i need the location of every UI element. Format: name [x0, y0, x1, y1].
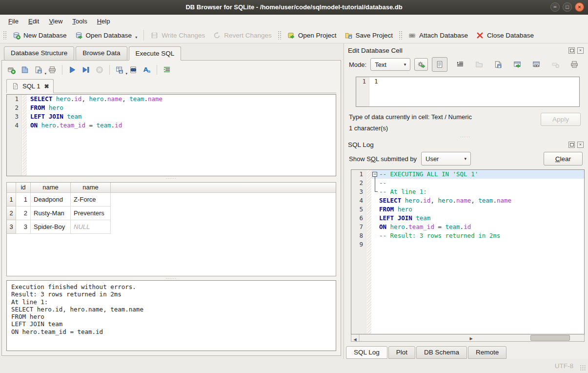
row-header[interactable]: 2 — [7, 207, 16, 220]
table-row[interactable]: 11DeadpondZ-Force — [7, 193, 336, 207]
code-line[interactable]: 8-- Result: 3 rows returned in 2ms — [351, 231, 584, 240]
attach-database-icon — [408, 31, 416, 40]
code-line[interactable]: 1−-- EXECUTING ALL IN 'SQL 1' — [351, 170, 584, 179]
new-database-button[interactable]: New Database — [8, 29, 71, 41]
close-database-button[interactable]: Close Database — [472, 29, 538, 41]
print-sql-button[interactable] — [48, 65, 57, 74]
word-wrap-button[interactable] — [454, 58, 466, 71]
menu-edit[interactable]: Edit — [24, 16, 43, 26]
table-row[interactable]: 33Spider-BoyNULL — [7, 220, 336, 234]
open-in-external-button[interactable] — [511, 58, 524, 71]
code-line[interactable]: 3LEFT JOIN team — [7, 112, 336, 121]
submitted-by-select[interactable]: User ▾ — [421, 152, 471, 166]
open-database-button[interactable]: Open Database▾ — [71, 29, 142, 41]
save-results-dropdown-icon[interactable]: ▾ — [125, 72, 127, 76]
table-cell[interactable]: Rusty-Man — [31, 207, 71, 220]
row-header[interactable]: 3 — [7, 220, 16, 234]
code-line[interactable]: 5FROM hero — [351, 205, 584, 214]
save-sql-file-button[interactable]: ▾ — [34, 65, 43, 74]
column-header-name-2[interactable]: name — [71, 183, 111, 193]
code-line[interactable]: 2-- — [351, 179, 584, 187]
splitter-handle[interactable]: ······ — [2, 176, 341, 180]
open-sql-icon — [20, 65, 29, 74]
mode-select[interactable]: Text ▾ — [370, 58, 410, 71]
minimize-icon[interactable]: − — [550, 2, 560, 12]
indentation-button[interactable] — [162, 65, 171, 74]
tab-browse-data[interactable]: Browse Data — [76, 46, 127, 61]
menu-tools[interactable]: Tools — [68, 16, 91, 26]
tab-db-schema[interactable]: DB Schema — [416, 346, 467, 359]
print-cell-button[interactable] — [568, 58, 581, 71]
table-cell[interactable]: 1 — [16, 193, 31, 207]
sql-editor[interactable]: 1SELECT hero.id, hero.name, team.name2FR… — [6, 94, 336, 176]
table-cell[interactable]: Preventers — [71, 207, 111, 220]
code-line[interactable]: 1SELECT hero.id, hero.name, team.name — [7, 95, 336, 104]
code-line[interactable]: 9 — [351, 240, 584, 249]
close-tab-icon[interactable]: ✖ — [44, 83, 49, 90]
splitter-handle[interactable]: ······ — [2, 276, 341, 280]
horizontal-scrollbar[interactable]: ◀ ▶ — [351, 334, 585, 342]
table-corner-header[interactable] — [7, 183, 16, 193]
table-cell[interactable]: NULL — [71, 220, 111, 234]
fold-collapse-icon[interactable]: − — [372, 172, 377, 177]
open-database-dropdown-icon[interactable]: ▾ — [135, 35, 137, 40]
tab-sql-log[interactable]: SQL Log — [346, 346, 387, 359]
table-cell[interactable]: 3 — [16, 220, 31, 234]
row-header[interactable]: 1 — [7, 193, 16, 207]
sql-tab-bar: SQL 1 ✖ — [6, 79, 336, 93]
maximize-icon[interactable]: □ — [563, 2, 572, 12]
column-header-name-1[interactable]: name — [31, 183, 71, 193]
float-panel-icon[interactable] — [568, 142, 575, 148]
table-cell[interactable]: 2 — [16, 207, 31, 220]
column-header-id-0[interactable]: id — [16, 183, 31, 193]
execute-current-line-button[interactable] — [81, 65, 90, 74]
table-cell[interactable]: Deadpond — [31, 193, 71, 207]
float-panel-icon[interactable] — [568, 47, 575, 54]
table-cell[interactable]: Spider-Boy — [31, 220, 71, 234]
code-line[interactable]: 4ON hero.team_id = team.id — [7, 121, 336, 130]
code-line[interactable]: 2FROM hero — [7, 104, 336, 112]
new-sql-tab-button[interactable] — [7, 65, 16, 74]
tab-remote[interactable]: Remote — [468, 346, 507, 359]
close-panel-icon[interactable]: × — [577, 47, 584, 54]
save-sql-file-dropdown-icon[interactable]: ▾ — [44, 72, 46, 76]
splitter-handle[interactable]: ······ — [346, 135, 585, 139]
message-line: FROM hero — [11, 313, 331, 320]
auto-format-button[interactable]: Aa — [142, 65, 151, 74]
code-line[interactable]: 4SELECT hero.id, hero.name, team.name — [351, 196, 584, 205]
table-row[interactable]: 22Rusty-ManPreventers — [7, 207, 336, 220]
close-panel-icon[interactable]: × — [577, 142, 584, 148]
attach-database-button[interactable]: Attach Database — [404, 29, 472, 41]
menu-file[interactable]: File — [4, 16, 23, 26]
tab-plot[interactable]: Plot — [388, 346, 415, 359]
close-icon[interactable]: × — [575, 2, 584, 12]
tab-execute-sql[interactable]: Execute SQL — [129, 46, 182, 61]
code-line[interactable]: 11 — [356, 77, 579, 86]
cell-editor[interactable]: 11 — [356, 77, 580, 107]
sql-tab[interactable]: SQL 1 ✖ — [6, 79, 54, 93]
open-project-button[interactable]: Open Project — [283, 29, 341, 41]
scrollbar-thumb[interactable] — [530, 335, 570, 341]
code-line[interactable]: 3-- At line 1: — [351, 187, 584, 196]
clear-button[interactable]: Clear — [544, 152, 583, 166]
sql-log-editor[interactable]: 1−-- EXECUTING ALL IN 'SQL 1'2--3-- At l… — [351, 169, 585, 334]
open-link-button[interactable] — [530, 58, 543, 71]
apply-button[interactable]: Apply — [541, 113, 581, 126]
size-grip[interactable] — [580, 365, 586, 371]
table-cell[interactable]: Z-Force — [71, 193, 111, 207]
open-sql-file-button[interactable] — [20, 65, 29, 74]
menu-help[interactable]: Help — [93, 16, 115, 26]
tab-database-structure[interactable]: Database Structure — [4, 46, 74, 61]
find-replace-button[interactable] — [129, 65, 138, 74]
execute-all-button[interactable] — [68, 65, 77, 74]
code-line[interactable]: 6LEFT JOIN team — [351, 214, 584, 223]
text-mode-button[interactable] — [432, 57, 447, 72]
save-results-button[interactable]: ▾ — [115, 65, 124, 74]
code-line[interactable]: 7ON hero.team_id = team.id — [351, 223, 584, 231]
save-project-button[interactable]: Save Project — [341, 29, 397, 41]
export-cell-data-button[interactable] — [492, 58, 505, 71]
auto-switch-mode-button[interactable] — [414, 58, 428, 71]
results-table[interactable]: idnamename11DeadpondZ-Force22Rusty-ManPr… — [6, 182, 336, 276]
scroll-left-icon[interactable]: ◀ — [351, 334, 359, 341]
menu-view[interactable]: View — [44, 16, 67, 26]
